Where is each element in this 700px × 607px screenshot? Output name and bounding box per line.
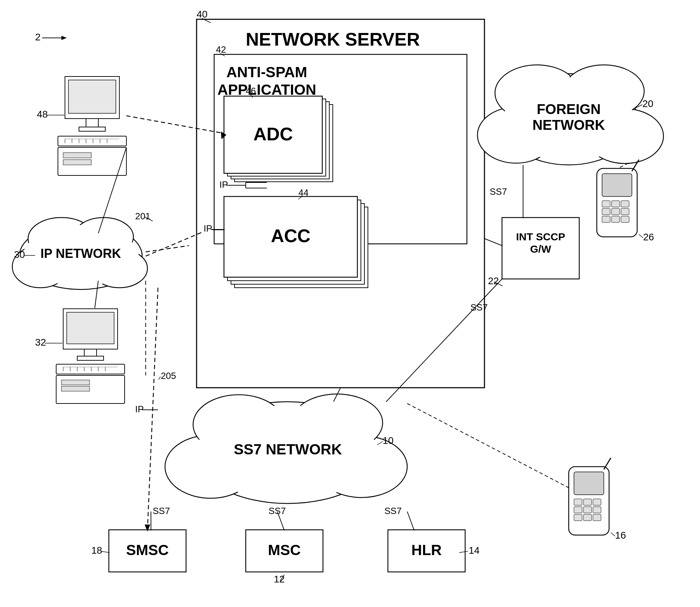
svg-rect-25	[79, 127, 105, 131]
svg-rect-118	[593, 507, 601, 513]
svg-rect-24	[86, 119, 98, 127]
svg-rect-37	[63, 160, 91, 165]
svg-rect-105	[621, 208, 629, 215]
ref-30: 30	[14, 249, 25, 260]
foreign-network-label-2: NETWORK	[533, 117, 605, 133]
ref-10: 10	[383, 435, 394, 446]
ref-16: 16	[615, 530, 626, 541]
adc-label: ADC	[253, 124, 293, 144]
svg-rect-107	[612, 216, 620, 222]
svg-rect-120	[583, 514, 592, 521]
svg-rect-116	[574, 507, 582, 513]
application-label: APPLICATION	[217, 81, 316, 98]
svg-rect-106	[602, 216, 610, 222]
ref-42: 42	[216, 44, 226, 55]
svg-rect-114	[583, 499, 592, 505]
int-sccp-label-2: G/W	[530, 243, 552, 255]
ref-12: 12	[274, 574, 285, 585]
ref-18: 18	[91, 545, 102, 556]
svg-point-77	[295, 398, 379, 448]
svg-rect-53	[61, 380, 90, 385]
svg-rect-36	[63, 153, 91, 158]
ref-32: 32	[35, 337, 46, 348]
svg-rect-103	[602, 208, 610, 215]
ref-20: 20	[642, 98, 653, 109]
ss7-network-label: SS7 NETWORK	[234, 441, 342, 458]
diagram: 2 40 NETWORK SERVER 42 ANTI-SPAM APPLICA…	[0, 0, 700, 607]
svg-rect-101	[612, 201, 620, 207]
ref-46: 46	[246, 86, 256, 96]
ref-14: 14	[469, 545, 480, 556]
svg-rect-42	[77, 356, 104, 360]
svg-rect-108	[621, 216, 629, 222]
network-server-label: NETWORK SERVER	[246, 29, 420, 49]
svg-rect-112	[574, 472, 604, 495]
ip-label-2: IP	[204, 223, 212, 234]
ref-22: 22	[488, 275, 499, 286]
svg-rect-40	[67, 312, 114, 344]
svg-rect-99	[602, 174, 632, 196]
ip-label-1: IP	[219, 179, 228, 190]
ss7-label-5: SS7	[490, 186, 507, 197]
ss7-label-2: SS7	[269, 506, 286, 516]
svg-rect-102	[621, 201, 629, 207]
ref-48: 48	[37, 109, 48, 120]
smsc-label: SMSC	[126, 542, 169, 558]
svg-rect-100	[602, 201, 610, 207]
msc-label: MSC	[268, 542, 301, 558]
svg-rect-117	[583, 507, 592, 513]
ref-26: 26	[643, 232, 654, 242]
foreign-network-label-1: FOREIGN	[537, 101, 601, 117]
ss7-label-1: SS7	[153, 506, 170, 516]
anti-spam-label: ANTI-SPAM	[226, 64, 307, 80]
svg-rect-104	[612, 208, 620, 215]
svg-rect-41	[84, 349, 97, 357]
ref-44: 44	[298, 187, 309, 198]
svg-rect-23	[68, 80, 116, 113]
svg-rect-119	[574, 514, 582, 521]
ss7-label-3: SS7	[384, 506, 402, 516]
ip-network-label: IP NETWORK	[40, 246, 121, 261]
int-sccp-label-1: INT SCCP	[516, 231, 565, 242]
ref-2: 2	[35, 32, 41, 42]
ref-40: 40	[197, 9, 207, 20]
ip-label-3: IP	[135, 404, 144, 414]
svg-rect-54	[61, 386, 90, 391]
hlr-label: HLR	[411, 542, 442, 558]
svg-rect-26	[58, 136, 126, 146]
svg-rect-115	[593, 499, 601, 505]
ref-205: 205	[161, 371, 176, 381]
svg-rect-43	[56, 364, 125, 374]
ref-201: 201	[135, 211, 150, 221]
svg-rect-121	[593, 514, 601, 521]
acc-label: ACC	[271, 226, 311, 246]
svg-rect-113	[574, 499, 582, 505]
